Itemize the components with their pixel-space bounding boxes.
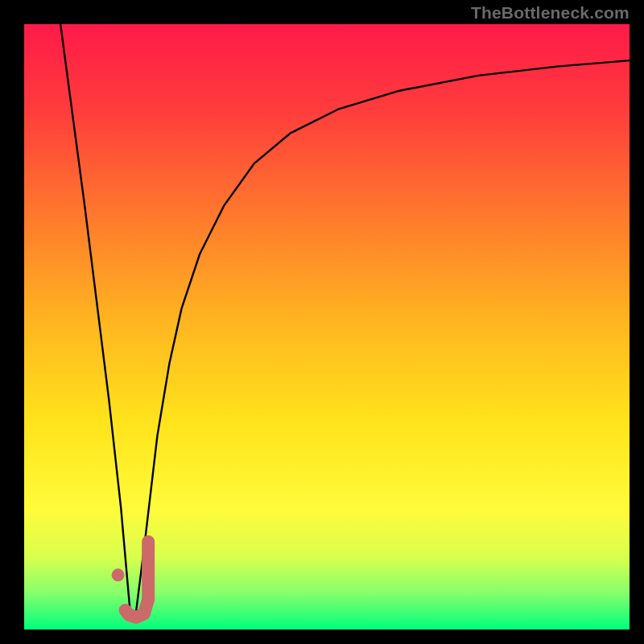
curve-right — [136, 60, 630, 611]
curve-left — [60, 24, 130, 611]
j-marker-dot — [112, 568, 125, 581]
plot-area — [24, 24, 630, 630]
curve-layer — [24, 24, 630, 630]
watermark-text: TheBottleneck.com — [471, 3, 630, 23]
outer-frame: TheBottleneck.com — [0, 0, 644, 644]
